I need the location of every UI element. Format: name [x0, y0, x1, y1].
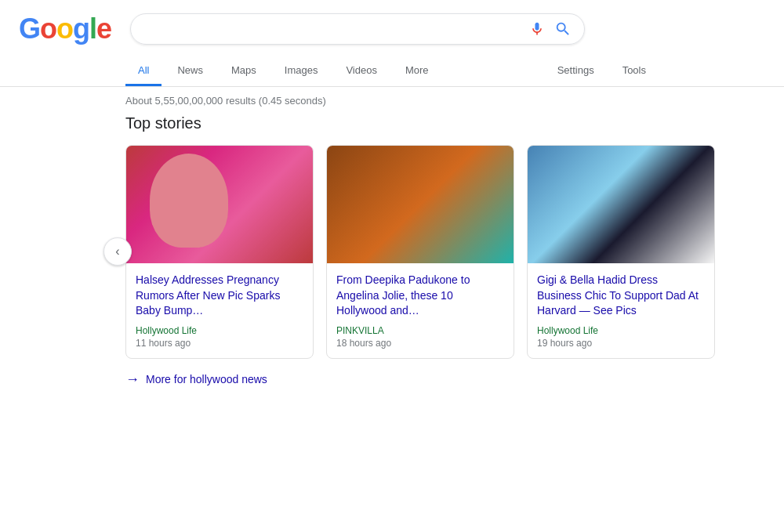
top-stories-section: Top stories ‹ Halsey Addresses Pregnancy… — [0, 114, 706, 359]
story-content-2: From Deepika Padukone to Angelina Jolie,… — [327, 263, 514, 358]
more-link[interactable]: → More for hollywood news — [0, 359, 784, 400]
tab-videos[interactable]: Videos — [333, 56, 390, 86]
story-source-1: Hollywood Life — [136, 325, 303, 336]
story-card-3[interactable]: Gigi & Bella Hadid Dress Business Chic T… — [527, 145, 715, 359]
results-info: About 5,55,00,00,000 results (0.45 secon… — [0, 87, 784, 114]
tab-tools[interactable]: Tools — [610, 56, 659, 86]
search-icon[interactable] — [554, 20, 572, 38]
story-title-2[interactable]: From Deepika Padukone to Angelina Jolie,… — [336, 273, 504, 319]
tab-all[interactable]: All — [125, 56, 162, 86]
tab-settings[interactable]: Settings — [545, 56, 607, 86]
story-time-3: 19 hours ago — [537, 338, 705, 349]
story-card-2[interactable]: From Deepika Padukone to Angelina Jolie,… — [326, 145, 514, 359]
more-link-text[interactable]: More for hollywood news — [146, 373, 267, 385]
story-card-1[interactable]: Halsey Addresses Pregnancy Rumors After … — [125, 145, 314, 359]
story-image-3 — [528, 146, 714, 263]
story-content-3: Gigi & Bella Hadid Dress Business Chic T… — [528, 263, 714, 358]
prev-button[interactable]: ‹ — [103, 237, 132, 266]
google-logo[interactable]: Google — [19, 13, 111, 45]
story-title-1[interactable]: Halsey Addresses Pregnancy Rumors After … — [136, 273, 303, 319]
tab-news[interactable]: News — [165, 56, 216, 86]
story-image-1 — [126, 146, 313, 263]
stories-grid: ‹ Halsey Addresses Pregnancy Rumors Afte… — [125, 145, 580, 359]
mic-icon[interactable] — [529, 21, 545, 37]
tab-more[interactable]: More — [393, 56, 441, 86]
top-stories-heading: Top stories — [125, 114, 580, 132]
story-image-2 — [327, 146, 514, 263]
more-link-arrow-icon: → — [125, 371, 140, 388]
nav-right: Settings Tools — [545, 56, 659, 86]
story-time-2: 18 hours ago — [336, 338, 504, 349]
nav-tabs: All News Maps Images Videos More Setting… — [0, 50, 784, 87]
search-icons — [529, 20, 572, 38]
story-source-2: PINKVILLA — [336, 325, 504, 336]
header: Google hollywood news — [0, 0, 784, 45]
story-title-3[interactable]: Gigi & Bella Hadid Dress Business Chic T… — [537, 273, 705, 319]
search-input[interactable]: hollywood news — [143, 22, 521, 36]
tab-maps[interactable]: Maps — [219, 56, 269, 86]
tab-images[interactable]: Images — [272, 56, 331, 86]
search-bar: hollywood news — [130, 13, 585, 45]
story-time-1: 11 hours ago — [136, 338, 303, 349]
story-source-3: Hollywood Life — [537, 325, 705, 336]
story-content-1: Halsey Addresses Pregnancy Rumors After … — [126, 263, 313, 358]
